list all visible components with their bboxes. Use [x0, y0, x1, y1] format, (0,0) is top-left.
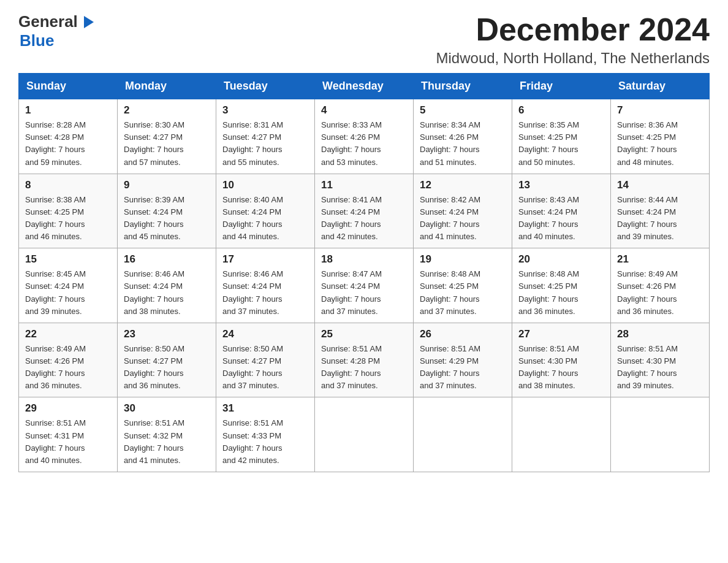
day-number: 31 [222, 402, 308, 415]
calendar-table: SundayMondayTuesdayWednesdayThursdayFrid… [18, 73, 710, 472]
day-number: 2 [124, 104, 210, 117]
day-info: Sunrise: 8:49 AMSunset: 4:26 PMDaylight:… [25, 344, 86, 390]
day-of-week-header: Sunday [19, 74, 118, 99]
day-number: 5 [420, 104, 506, 117]
day-number: 9 [124, 179, 210, 191]
logo-arrow-icon [79, 13, 97, 31]
day-info: Sunrise: 8:39 AMSunset: 4:24 PMDaylight:… [124, 195, 184, 241]
day-number: 7 [617, 104, 703, 117]
day-number: 27 [518, 328, 604, 340]
day-number: 17 [222, 253, 308, 266]
day-number: 13 [518, 179, 604, 191]
day-info: Sunrise: 8:51 AMSunset: 4:29 PMDaylight:… [420, 344, 480, 390]
day-info: Sunrise: 8:42 AMSunset: 4:24 PMDaylight:… [420, 195, 480, 241]
day-info: Sunrise: 8:31 AMSunset: 4:27 PMDaylight:… [222, 120, 283, 166]
location-title: Midwoud, North Holland, The Netherlands [436, 50, 710, 67]
title-section: December 2024 Midwoud, North Holland, Th… [436, 12, 710, 67]
calendar-day-cell: 20Sunrise: 8:48 AMSunset: 4:25 PMDayligh… [512, 248, 611, 323]
day-info: Sunrise: 8:47 AMSunset: 4:24 PMDaylight:… [321, 269, 382, 315]
day-number: 12 [420, 179, 506, 191]
day-number: 11 [321, 179, 407, 191]
day-info: Sunrise: 8:46 AMSunset: 4:24 PMDaylight:… [222, 269, 283, 315]
day-info: Sunrise: 8:51 AMSunset: 4:28 PMDaylight:… [321, 344, 382, 390]
calendar-day-cell: 1Sunrise: 8:28 AMSunset: 4:28 PMDaylight… [19, 99, 118, 174]
day-info: Sunrise: 8:48 AMSunset: 4:25 PMDaylight:… [420, 269, 480, 315]
calendar-day-cell: 14Sunrise: 8:44 AMSunset: 4:24 PMDayligh… [611, 174, 710, 248]
day-info: Sunrise: 8:40 AMSunset: 4:24 PMDaylight:… [222, 195, 283, 241]
day-number: 26 [420, 328, 506, 340]
day-number: 6 [518, 104, 604, 117]
month-title: December 2024 [436, 12, 710, 47]
calendar-day-cell: 8Sunrise: 8:38 AMSunset: 4:25 PMDaylight… [19, 174, 118, 248]
logo-general-text: General [18, 12, 78, 31]
day-info: Sunrise: 8:51 AMSunset: 4:32 PMDaylight:… [124, 418, 184, 464]
day-info: Sunrise: 8:33 AMSunset: 4:26 PMDaylight:… [321, 120, 382, 166]
day-of-week-header: Thursday [414, 74, 512, 99]
calendar-day-cell: 13Sunrise: 8:43 AMSunset: 4:24 PMDayligh… [512, 174, 611, 248]
day-of-week-header: Wednesday [315, 74, 414, 99]
day-of-week-header: Saturday [611, 74, 710, 99]
day-info: Sunrise: 8:34 AMSunset: 4:26 PMDaylight:… [420, 120, 480, 166]
day-info: Sunrise: 8:51 AMSunset: 4:30 PMDaylight:… [617, 344, 678, 390]
day-number: 3 [222, 104, 308, 117]
calendar-day-cell: 25Sunrise: 8:51 AMSunset: 4:28 PMDayligh… [315, 323, 414, 397]
day-info: Sunrise: 8:35 AMSunset: 4:25 PMDaylight:… [518, 120, 579, 166]
day-number: 16 [124, 253, 210, 266]
day-of-week-header: Tuesday [216, 74, 315, 99]
calendar-day-cell: 28Sunrise: 8:51 AMSunset: 4:30 PMDayligh… [611, 323, 710, 397]
calendar-day-cell: 19Sunrise: 8:48 AMSunset: 4:25 PMDayligh… [414, 248, 512, 323]
day-number: 21 [617, 253, 703, 266]
day-number: 25 [321, 328, 407, 340]
day-info: Sunrise: 8:45 AMSunset: 4:24 PMDaylight:… [25, 269, 86, 315]
calendar-day-cell: 3Sunrise: 8:31 AMSunset: 4:27 PMDaylight… [216, 99, 315, 174]
calendar-week-row: 22Sunrise: 8:49 AMSunset: 4:26 PMDayligh… [19, 323, 710, 397]
logo-blue-text: Blue [20, 31, 54, 50]
day-info: Sunrise: 8:30 AMSunset: 4:27 PMDaylight:… [124, 120, 184, 166]
page-header: General Blue December 2024 Midwoud, Nort… [18, 12, 710, 67]
day-number: 4 [321, 104, 407, 117]
day-info: Sunrise: 8:50 AMSunset: 4:27 PMDaylight:… [124, 344, 184, 390]
day-info: Sunrise: 8:50 AMSunset: 4:27 PMDaylight:… [222, 344, 283, 390]
day-number: 29 [25, 402, 111, 415]
day-number: 15 [25, 253, 111, 266]
day-info: Sunrise: 8:38 AMSunset: 4:25 PMDaylight:… [25, 195, 86, 241]
day-info: Sunrise: 8:51 AMSunset: 4:31 PMDaylight:… [25, 418, 86, 464]
calendar-day-cell: 2Sunrise: 8:30 AMSunset: 4:27 PMDaylight… [118, 99, 216, 174]
day-info: Sunrise: 8:51 AMSunset: 4:33 PMDaylight:… [222, 418, 283, 464]
calendar-day-cell [414, 397, 512, 472]
day-info: Sunrise: 8:46 AMSunset: 4:24 PMDaylight:… [124, 269, 184, 315]
calendar-day-cell: 10Sunrise: 8:40 AMSunset: 4:24 PMDayligh… [216, 174, 315, 248]
calendar-day-cell: 30Sunrise: 8:51 AMSunset: 4:32 PMDayligh… [118, 397, 216, 472]
calendar-week-row: 1Sunrise: 8:28 AMSunset: 4:28 PMDaylight… [19, 99, 710, 174]
calendar-day-cell: 9Sunrise: 8:39 AMSunset: 4:24 PMDaylight… [118, 174, 216, 248]
day-number: 22 [25, 328, 111, 340]
day-info: Sunrise: 8:48 AMSunset: 4:25 PMDaylight:… [518, 269, 579, 315]
calendar-day-cell: 18Sunrise: 8:47 AMSunset: 4:24 PMDayligh… [315, 248, 414, 323]
calendar-day-cell: 26Sunrise: 8:51 AMSunset: 4:29 PMDayligh… [414, 323, 512, 397]
day-info: Sunrise: 8:49 AMSunset: 4:26 PMDaylight:… [617, 269, 678, 315]
calendar-day-cell: 12Sunrise: 8:42 AMSunset: 4:24 PMDayligh… [414, 174, 512, 248]
calendar-day-cell: 27Sunrise: 8:51 AMSunset: 4:30 PMDayligh… [512, 323, 611, 397]
day-number: 8 [25, 179, 111, 191]
calendar-day-cell: 17Sunrise: 8:46 AMSunset: 4:24 PMDayligh… [216, 248, 315, 323]
day-info: Sunrise: 8:41 AMSunset: 4:24 PMDaylight:… [321, 195, 382, 241]
svg-marker-0 [84, 16, 94, 28]
day-number: 20 [518, 253, 604, 266]
day-number: 23 [124, 328, 210, 340]
calendar-week-row: 15Sunrise: 8:45 AMSunset: 4:24 PMDayligh… [19, 248, 710, 323]
calendar-day-cell [611, 397, 710, 472]
calendar-day-cell: 23Sunrise: 8:50 AMSunset: 4:27 PMDayligh… [118, 323, 216, 397]
day-number: 14 [617, 179, 703, 191]
day-of-week-header: Friday [512, 74, 611, 99]
day-number: 18 [321, 253, 407, 266]
calendar-week-row: 8Sunrise: 8:38 AMSunset: 4:25 PMDaylight… [19, 174, 710, 248]
calendar-day-cell [315, 397, 414, 472]
day-info: Sunrise: 8:36 AMSunset: 4:25 PMDaylight:… [617, 120, 678, 166]
calendar-day-cell: 31Sunrise: 8:51 AMSunset: 4:33 PMDayligh… [216, 397, 315, 472]
calendar-day-cell: 5Sunrise: 8:34 AMSunset: 4:26 PMDaylight… [414, 99, 512, 174]
day-number: 1 [25, 104, 111, 117]
day-of-week-header: Monday [118, 74, 216, 99]
calendar-day-cell: 29Sunrise: 8:51 AMSunset: 4:31 PMDayligh… [19, 397, 118, 472]
calendar-day-cell: 16Sunrise: 8:46 AMSunset: 4:24 PMDayligh… [118, 248, 216, 323]
day-number: 28 [617, 328, 703, 340]
